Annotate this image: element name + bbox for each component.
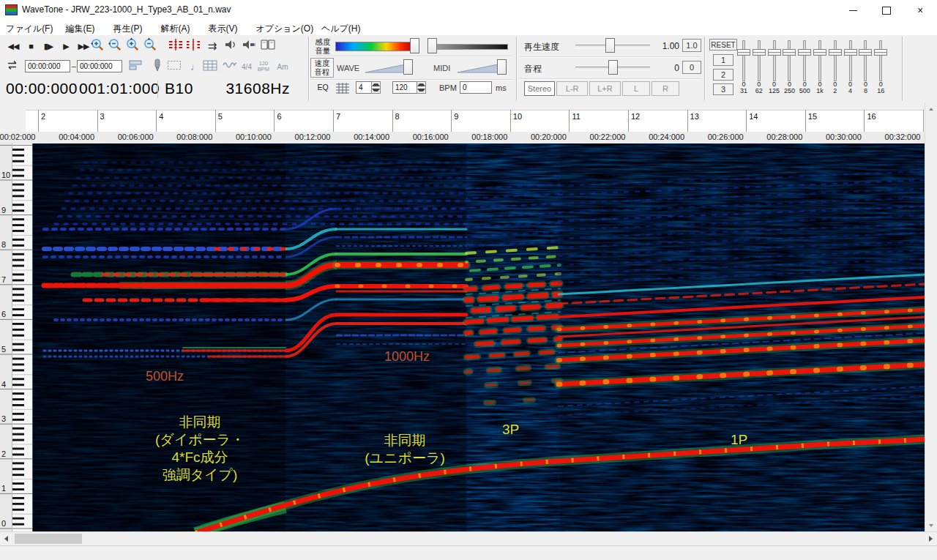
pen-button[interactable] [149, 59, 166, 75]
eq-preset-2-button[interactable]: 2 [713, 69, 733, 81]
eq-band-8-track[interactable] [864, 40, 867, 81]
eq-band-62-track[interactable] [758, 40, 761, 81]
hscroll-thumb[interactable] [15, 534, 82, 544]
beat-up-icon[interactable] [372, 82, 380, 88]
rewind-button[interactable]: ◀◀ [4, 37, 22, 55]
spectrogram[interactable]: 500Hz1000Hz非同期(ダイポーラ・4*Fc成分強調タイプ)非同期(ユニポ… [33, 143, 925, 531]
volume-slider-track[interactable] [429, 44, 508, 50]
midi-volume-handle[interactable] [497, 59, 507, 75]
time-signature-button[interactable]: 4/4 [238, 59, 255, 75]
eq-band-31-handle[interactable] [737, 49, 750, 56]
tempo-stepper[interactable] [417, 81, 426, 94]
minimize-button[interactable] [836, 0, 870, 20]
window-layout-button[interactable] [127, 59, 145, 75]
peak-detect-button[interactable] [167, 37, 184, 55]
tempo-button[interactable]: 120BPM [255, 59, 272, 75]
piano-keyboard[interactable]: 012345678910 [0, 143, 33, 531]
beat-down-icon[interactable] [372, 88, 380, 94]
tab-speed-pitch[interactable]: 速度音程 [310, 58, 334, 78]
close-button[interactable]: × [903, 0, 937, 20]
tempo-down-icon[interactable] [417, 88, 425, 94]
zoom-in-freq-button[interactable] [124, 37, 141, 55]
scroll-follow-button[interactable]: ⇉ [204, 37, 221, 55]
timeline-ruler[interactable]: 200:02:000300:04:000400:06:000500:08:000… [0, 102, 925, 143]
channel-r-button[interactable]: R [652, 81, 679, 96]
menu-item-analysis[interactable]: 解析(A) [160, 23, 190, 35]
eq-band-16-track[interactable] [879, 40, 882, 81]
wave-display-button[interactable] [221, 59, 239, 75]
pitch-slider-handle[interactable] [608, 60, 618, 75]
eq-band-16-handle[interactable] [874, 49, 887, 56]
sensitivity-slider-track[interactable] [335, 42, 414, 51]
scroll-right-button[interactable] [925, 532, 937, 545]
octave-label-7: 7 [1, 275, 6, 284]
maximize-button[interactable] [870, 0, 903, 20]
eq-band-31-track[interactable] [742, 40, 745, 81]
tempo-input[interactable]: 120 [392, 81, 417, 94]
grid-button[interactable] [201, 59, 219, 75]
play-button[interactable]: ▶ [57, 37, 75, 55]
range-start-input[interactable]: 00:00:000 [25, 60, 70, 72]
play-pause-button[interactable]: ▮▶ [40, 37, 57, 55]
scroll-left-button[interactable] [0, 532, 12, 545]
menu-item-help[interactable]: ヘルプ(H) [321, 23, 361, 35]
pitch-reset-button[interactable]: 0 [682, 61, 701, 74]
eq-band-1k-handle[interactable] [813, 49, 826, 56]
eq-preset-1-button[interactable]: 1 [713, 54, 733, 66]
eq-band-62-handle[interactable] [753, 49, 766, 56]
scroll-up-button[interactable] [925, 102, 937, 115]
tempo-up-icon[interactable] [417, 82, 425, 88]
eq-band-8-handle[interactable] [859, 49, 872, 56]
offset-ms-input[interactable]: 0 [460, 81, 492, 94]
volume-slider-handle[interactable] [428, 38, 437, 53]
eq-band-2-track[interactable] [834, 40, 837, 81]
line-in-button[interactable] [240, 37, 258, 55]
zoom-out-freq-button[interactable] [142, 37, 158, 55]
menu-item-playback[interactable]: 再生(P) [113, 23, 142, 35]
eq-preset-3-button[interactable]: 3 [713, 83, 733, 95]
stop-button[interactable]: ■ [22, 37, 40, 55]
zoom-out-time-button[interactable] [107, 37, 123, 55]
tab-eq[interactable]: EQ [312, 83, 334, 94]
stop-button-icon: ■ [29, 42, 33, 51]
audio-output-button[interactable] [223, 37, 240, 55]
vertical-scrollbar[interactable] [925, 102, 937, 531]
channel-l-button[interactable]: L [622, 81, 650, 96]
eq-band-250-handle[interactable] [783, 49, 796, 56]
zoom-in-time-button[interactable] [89, 37, 105, 55]
speed-reset-button[interactable]: 1.0 [682, 39, 701, 52]
eq-reset-button[interactable]: RESET [709, 39, 737, 51]
eq-band-1k-track[interactable] [818, 40, 821, 81]
channel-lplusr-button[interactable]: L+R [589, 81, 621, 96]
menu-item-file[interactable]: ファイル(F) [6, 23, 53, 35]
menu-item-options[interactable]: オプション(O) [255, 23, 313, 35]
range-end-input[interactable]: 00:00:000 [77, 60, 122, 72]
wave-volume-handle[interactable] [403, 59, 413, 75]
selection-button[interactable] [165, 59, 183, 75]
eq-band-31-freq: 31 [736, 87, 751, 94]
channel-stereo-button[interactable]: Stereo [524, 81, 555, 96]
beat-stepper[interactable] [371, 81, 381, 94]
eq-band-2-handle[interactable] [829, 49, 842, 56]
tab-sensitivity-volume[interactable]: 感度音量 [312, 37, 334, 56]
loop-button[interactable] [4, 59, 21, 75]
horizontal-scrollbar[interactable] [0, 531, 937, 545]
menu-item-view[interactable]: 表示(V) [208, 23, 237, 35]
eq-band-125-handle[interactable] [768, 49, 781, 56]
eq-band-500-track[interactable] [803, 40, 806, 81]
octave-label-5: 5 [1, 345, 6, 354]
eq-band-125-track[interactable] [773, 40, 776, 81]
eq-band-4-track[interactable] [849, 40, 852, 81]
channel-lminusr-button[interactable]: L-R [556, 81, 588, 96]
menu-item-edit[interactable]: 編集(E) [65, 23, 94, 35]
beat-input[interactable]: 4 [356, 81, 372, 94]
chord-button[interactable]: Am [274, 59, 291, 75]
eq-band-4-handle[interactable] [844, 49, 857, 56]
score-view-button[interactable] [259, 37, 277, 55]
speed-slider-handle[interactable] [605, 38, 615, 53]
peak-detect-wide-button[interactable] [184, 37, 202, 55]
eq-band-500-handle[interactable] [798, 49, 811, 56]
sensitivity-slider-handle[interactable] [410, 38, 419, 53]
eq-band-250-track[interactable] [788, 40, 791, 81]
scroll-down-button[interactable] [925, 519, 937, 531]
